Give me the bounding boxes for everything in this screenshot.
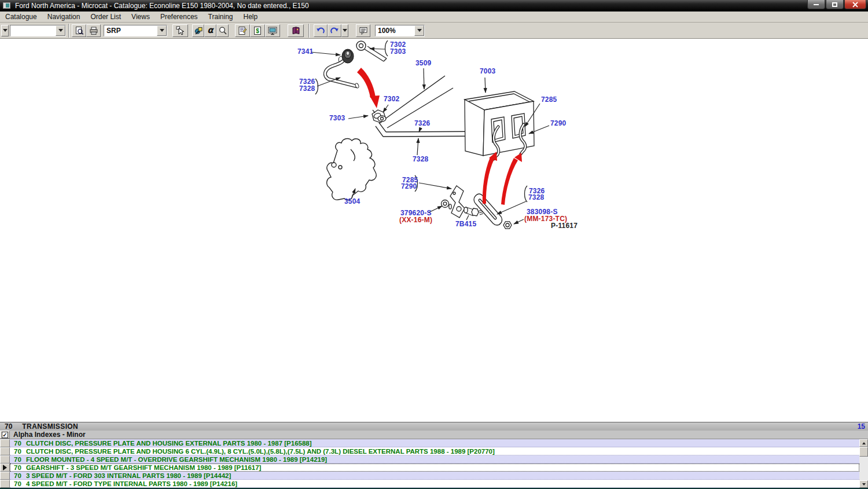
part-callout-7328[interactable]: 7328	[528, 194, 545, 201]
part-callout-7003[interactable]: 7003	[480, 68, 496, 75]
red-arrow-up-left	[483, 152, 497, 204]
bracket-7302-7303	[372, 110, 386, 137]
list-item[interactable]: 70CLUTCH DISC, PRESSURE PLATE AND HOUSIN…	[0, 439, 859, 447]
price-level-combo[interactable]: SRP	[104, 25, 167, 36]
illustration-pane[interactable]: 7341730273033509700373267328730273037326…	[0, 39, 868, 422]
list-item[interactable]: 703 SPEED M/T - FORD 303 INTERNAL PARTS …	[0, 472, 859, 480]
lock-washer-379620	[442, 200, 452, 209]
menu-preferences[interactable]: Preferences	[155, 12, 203, 22]
row-description: FLOOR MOUNTED - 4 SPEED M/T - OVERDRIVE …	[26, 456, 327, 463]
search-icon	[218, 26, 227, 35]
menu-navigation[interactable]: Navigation	[42, 12, 86, 22]
price-level-arrow[interactable]	[157, 25, 167, 36]
part-callout-7303[interactable]: 7303	[390, 49, 406, 55]
handbook-button[interactable]	[288, 24, 304, 37]
list-item[interactable]: 70FLOOR MOUNTED - 4 SPEED M/T - OVERDRIV…	[0, 455, 859, 464]
row-content[interactable]: 70CLUTCH DISC, PRESSURE PLATE AND HOUSIN…	[10, 439, 859, 447]
row-gutter[interactable]	[0, 447, 10, 455]
full-screen-button[interactable]	[265, 24, 280, 37]
vehicle-combo[interactable]	[10, 25, 66, 36]
redo-history-dropdown[interactable]	[341, 24, 348, 37]
maximize-button[interactable]	[826, 0, 844, 9]
vehicle-combo-value	[10, 25, 56, 36]
row-section-code: 70	[14, 464, 24, 471]
zoom-combo-arrow[interactable]	[414, 25, 424, 36]
row-content[interactable]: 70CLUTCH DISC, PRESSURE PLATE AND HOUSIN…	[10, 447, 859, 455]
chevron-down-icon	[417, 29, 422, 32]
title-bar[interactable]: Ford North America - Microcat - Catalogu…	[0, 0, 868, 12]
row-gutter[interactable]	[0, 480, 10, 488]
row-content[interactable]: 703 SPEED M/T - FORD 303 INTERNAL PARTS …	[10, 472, 859, 480]
row-gutter[interactable]	[0, 439, 10, 447]
notes-button[interactable]	[356, 24, 370, 37]
row-content[interactable]: 704 SPEED M/T - FORD TYPE INTERNAL PARTS…	[10, 480, 859, 488]
part-callout-7341[interactable]: 7341	[297, 49, 314, 55]
list-item[interactable]: 704 SPEED M/T - FORD TYPE INTERNAL PARTS…	[0, 480, 859, 488]
menu-order-list[interactable]: Order List	[85, 12, 126, 22]
menu-views[interactable]: Views	[126, 12, 155, 22]
part-callout-7328[interactable]: 7328	[299, 86, 315, 92]
note-icon	[359, 26, 368, 35]
pointer-select-button[interactable]	[172, 24, 188, 37]
close-icon	[852, 2, 858, 8]
part-callout-7303[interactable]: 7303	[329, 115, 345, 122]
minimize-icon	[814, 4, 819, 5]
scroll-up-button[interactable]	[859, 439, 868, 447]
recent-vehicles-dropdown[interactable]	[1, 25, 9, 36]
chevron-down-icon	[343, 29, 347, 32]
red-arrow-down	[357, 68, 380, 108]
price-level-value: SRP	[104, 25, 157, 36]
monitor-icon	[268, 26, 277, 35]
window-title: Ford North America - Microcat - Catalogu…	[15, 2, 309, 10]
print-preview-button[interactable]	[72, 24, 86, 37]
part-callout-7302[interactable]: 7302	[384, 96, 400, 102]
part-callout-7326[interactable]: 7326	[414, 120, 431, 127]
graphical-index-button[interactable]	[192, 24, 204, 37]
scrollbar-thumb[interactable]	[859, 447, 868, 457]
scroll-down-button[interactable]	[859, 480, 868, 488]
record-count: 15	[858, 422, 865, 431]
row-description: 3 SPEED M/T - FORD 303 INTERNAL PARTS 19…	[26, 472, 231, 479]
close-button[interactable]	[844, 0, 866, 9]
checkbox-checked-icon[interactable]: ✓	[2, 432, 8, 438]
undo-button[interactable]	[314, 24, 328, 37]
row-gutter[interactable]	[0, 455, 10, 464]
part-callout-3509[interactable]: 3509	[415, 60, 432, 67]
list-scrollbar[interactable]	[859, 439, 868, 488]
menu-catalogue[interactable]: Catalogue	[0, 12, 42, 22]
menu-help[interactable]: Help	[238, 12, 263, 22]
graphical-index-icon	[194, 26, 203, 35]
alpha-index-button[interactable]: α	[204, 24, 216, 37]
menu-training[interactable]: Training	[203, 12, 238, 22]
parts-list-icon	[238, 26, 247, 35]
print-button[interactable]	[86, 24, 101, 37]
part-callout-7B415[interactable]: 7B415	[455, 221, 476, 227]
part-callout-7290[interactable]: 7290	[401, 183, 417, 190]
section-code: 70	[5, 422, 12, 431]
part-callout-7290[interactable]: 7290	[550, 120, 567, 127]
app-window: Ford North America - Microcat - Catalogu…	[0, 0, 868, 489]
list-item[interactable]: 70CLUTCH DISC, PRESSURE PLATE AND HOUSIN…	[0, 447, 859, 455]
part-callout-3504[interactable]: 3504	[344, 198, 361, 205]
part-callout-7328[interactable]: 7328	[413, 156, 429, 163]
arrow-up-icon	[862, 442, 866, 444]
price-information-button[interactable]: $	[250, 24, 265, 37]
row-description: GEARSHIFT - 3 SPEED M/T GEARSHIFT MECHAN…	[26, 464, 261, 471]
section-header[interactable]: 70 TRANSMISSION 15	[0, 422, 868, 431]
index-checkbox-cell[interactable]: ✓	[0, 431, 10, 439]
parts-information-button[interactable]	[235, 24, 250, 37]
row-gutter[interactable]	[0, 464, 10, 472]
row-content[interactable]: 70FLOOR MOUNTED - 4 SPEED M/T - OVERDRIV…	[10, 455, 859, 464]
minimize-button[interactable]	[807, 0, 825, 9]
redo-button[interactable]	[328, 24, 341, 37]
rod-end-7302-7303	[356, 41, 387, 61]
zoom-combo[interactable]: 100%	[375, 25, 425, 36]
alpha-icon: α	[207, 26, 213, 35]
row-description: 4 SPEED M/T - FORD TYPE INTERNAL PARTS 1…	[26, 480, 237, 487]
row-content[interactable]: 70GEARSHIFT - 3 SPEED M/T GEARSHIFT MECH…	[10, 464, 859, 472]
row-gutter[interactable]	[0, 472, 10, 480]
list-item[interactable]: 70GEARSHIFT - 3 SPEED M/T GEARSHIFT MECH…	[0, 464, 859, 472]
vehicle-combo-arrow[interactable]	[56, 25, 65, 36]
search-button[interactable]	[216, 24, 229, 37]
part-callout-7285[interactable]: 7285	[541, 97, 557, 103]
